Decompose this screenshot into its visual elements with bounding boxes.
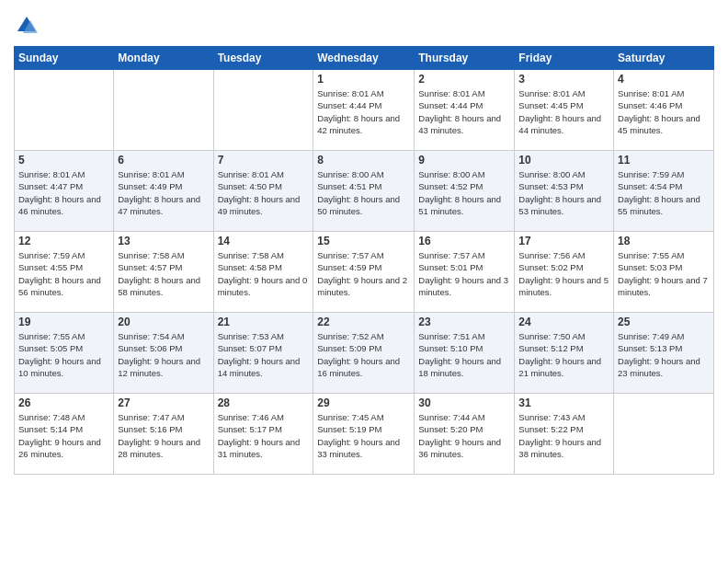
logo-icon [14,13,40,39]
day-cell: 24Sunrise: 7:50 AM Sunset: 5:12 PM Dayli… [515,313,614,394]
day-info: Sunrise: 7:56 AM Sunset: 5:02 PM Dayligh… [518,249,609,298]
day-number: 28 [218,396,310,409]
logo [14,13,43,39]
day-cell: 1Sunrise: 8:01 AM Sunset: 4:44 PM Daylig… [313,70,415,151]
day-cell: 17Sunrise: 7:56 AM Sunset: 5:02 PM Dayli… [515,232,614,313]
day-info: Sunrise: 7:58 AM Sunset: 4:57 PM Dayligh… [118,249,209,298]
day-cell: 30Sunrise: 7:44 AM Sunset: 5:20 PM Dayli… [415,394,515,475]
day-number: 17 [518,235,609,247]
calendar-table: SundayMondayTuesdayWednesdayThursdayFrid… [14,46,714,475]
day-info: Sunrise: 7:49 AM Sunset: 5:13 PM Dayligh… [618,330,710,379]
day-header-wednesday: Wednesday [313,47,415,70]
day-info: Sunrise: 7:45 AM Sunset: 5:19 PM Dayligh… [317,411,410,460]
day-info: Sunrise: 8:01 AM Sunset: 4:45 PM Dayligh… [518,87,609,136]
day-info: Sunrise: 8:01 AM Sunset: 4:44 PM Dayligh… [317,87,410,136]
day-number: 7 [218,154,310,167]
day-info: Sunrise: 7:52 AM Sunset: 5:09 PM Dayligh… [317,330,410,379]
day-info: Sunrise: 8:01 AM Sunset: 4:44 PM Dayligh… [418,87,510,136]
day-cell: 11Sunrise: 7:59 AM Sunset: 4:54 PM Dayli… [614,151,714,232]
day-number: 18 [618,235,710,247]
day-cell: 20Sunrise: 7:54 AM Sunset: 5:06 PM Dayli… [114,313,213,394]
day-number: 29 [317,396,410,409]
day-number: 16 [418,235,510,247]
day-cell: 6Sunrise: 8:01 AM Sunset: 4:49 PM Daylig… [114,151,213,232]
day-info: Sunrise: 7:55 AM Sunset: 5:03 PM Dayligh… [618,249,710,298]
day-info: Sunrise: 7:48 AM Sunset: 5:14 PM Dayligh… [18,411,109,460]
day-cell: 22Sunrise: 7:52 AM Sunset: 5:09 PM Dayli… [313,313,415,394]
day-info: Sunrise: 8:00 AM Sunset: 4:52 PM Dayligh… [418,168,510,217]
day-number: 8 [317,154,410,167]
day-cell [213,70,313,151]
day-number: 19 [18,316,109,328]
day-cell: 23Sunrise: 7:51 AM Sunset: 5:10 PM Dayli… [415,313,515,394]
week-row-1: 1Sunrise: 8:01 AM Sunset: 4:44 PM Daylig… [15,70,714,151]
day-cell: 5Sunrise: 8:01 AM Sunset: 4:47 PM Daylig… [15,151,114,232]
day-cell [614,394,714,475]
week-row-4: 19Sunrise: 7:55 AM Sunset: 5:05 PM Dayli… [15,313,714,394]
day-cell: 15Sunrise: 7:57 AM Sunset: 4:59 PM Dayli… [313,232,415,313]
day-info: Sunrise: 8:01 AM Sunset: 4:50 PM Dayligh… [218,168,310,217]
week-row-2: 5Sunrise: 8:01 AM Sunset: 4:47 PM Daylig… [15,151,714,232]
day-number: 21 [218,316,310,328]
day-header-friday: Friday [515,47,614,70]
day-number: 4 [618,73,710,86]
day-number: 25 [618,316,710,328]
day-info: Sunrise: 7:50 AM Sunset: 5:12 PM Dayligh… [518,330,609,379]
day-info: Sunrise: 7:57 AM Sunset: 4:59 PM Dayligh… [317,249,410,298]
week-row-3: 12Sunrise: 7:59 AM Sunset: 4:55 PM Dayli… [15,232,714,313]
day-info: Sunrise: 8:00 AM Sunset: 4:53 PM Dayligh… [518,168,609,217]
day-cell: 18Sunrise: 7:55 AM Sunset: 5:03 PM Dayli… [614,232,714,313]
day-info: Sunrise: 7:53 AM Sunset: 5:07 PM Dayligh… [218,330,310,379]
day-cell: 14Sunrise: 7:58 AM Sunset: 4:58 PM Dayli… [213,232,313,313]
day-cell: 3Sunrise: 8:01 AM Sunset: 4:45 PM Daylig… [515,70,614,151]
day-number: 30 [418,396,510,409]
day-cell: 4Sunrise: 8:01 AM Sunset: 4:46 PM Daylig… [614,70,714,151]
day-info: Sunrise: 8:00 AM Sunset: 4:51 PM Dayligh… [317,168,410,217]
day-number: 5 [18,154,109,167]
day-info: Sunrise: 7:55 AM Sunset: 5:05 PM Dayligh… [18,330,109,379]
day-cell: 13Sunrise: 7:58 AM Sunset: 4:57 PM Dayli… [114,232,213,313]
day-number: 6 [118,154,209,167]
day-header-saturday: Saturday [614,47,714,70]
day-info: Sunrise: 7:59 AM Sunset: 4:54 PM Dayligh… [618,168,710,217]
day-number: 15 [317,235,410,247]
day-number: 26 [18,396,109,409]
day-cell: 8Sunrise: 8:00 AM Sunset: 4:51 PM Daylig… [313,151,415,232]
day-cell: 31Sunrise: 7:43 AM Sunset: 5:22 PM Dayli… [515,394,614,475]
day-info: Sunrise: 8:01 AM Sunset: 4:46 PM Dayligh… [618,87,710,136]
day-number: 1 [317,73,410,86]
day-number: 22 [317,316,410,328]
day-cell: 29Sunrise: 7:45 AM Sunset: 5:19 PM Dayli… [313,394,415,475]
day-number: 12 [18,235,109,247]
day-number: 11 [618,154,710,167]
day-number: 14 [218,235,310,247]
days-header-row: SundayMondayTuesdayWednesdayThursdayFrid… [15,47,714,70]
calendar-container: SundayMondayTuesdayWednesdayThursdayFrid… [0,0,728,488]
day-cell: 19Sunrise: 7:55 AM Sunset: 5:05 PM Dayli… [15,313,114,394]
day-header-monday: Monday [114,47,213,70]
day-info: Sunrise: 7:43 AM Sunset: 5:22 PM Dayligh… [518,411,609,460]
day-number: 3 [518,73,609,86]
day-cell: 9Sunrise: 8:00 AM Sunset: 4:52 PM Daylig… [415,151,515,232]
day-cell: 7Sunrise: 8:01 AM Sunset: 4:50 PM Daylig… [213,151,313,232]
day-info: Sunrise: 7:46 AM Sunset: 5:17 PM Dayligh… [218,411,310,460]
day-info: Sunrise: 7:51 AM Sunset: 5:10 PM Dayligh… [418,330,510,379]
day-number: 9 [418,154,510,167]
day-number: 20 [118,316,209,328]
header [14,9,714,39]
day-number: 23 [418,316,510,328]
calendar-body: 1Sunrise: 8:01 AM Sunset: 4:44 PM Daylig… [15,70,714,475]
day-cell: 12Sunrise: 7:59 AM Sunset: 4:55 PM Dayli… [15,232,114,313]
day-cell [114,70,213,151]
day-cell: 25Sunrise: 7:49 AM Sunset: 5:13 PM Dayli… [614,313,714,394]
day-cell: 16Sunrise: 7:57 AM Sunset: 5:01 PM Dayli… [415,232,515,313]
day-info: Sunrise: 7:44 AM Sunset: 5:20 PM Dayligh… [418,411,510,460]
day-header-thursday: Thursday [415,47,515,70]
day-info: Sunrise: 8:01 AM Sunset: 4:47 PM Dayligh… [18,168,109,217]
day-header-sunday: Sunday [15,47,114,70]
day-number: 13 [118,235,209,247]
day-info: Sunrise: 7:57 AM Sunset: 5:01 PM Dayligh… [418,249,510,298]
day-number: 24 [518,316,609,328]
day-cell: 28Sunrise: 7:46 AM Sunset: 5:17 PM Dayli… [213,394,313,475]
day-cell: 2Sunrise: 8:01 AM Sunset: 4:44 PM Daylig… [415,70,515,151]
